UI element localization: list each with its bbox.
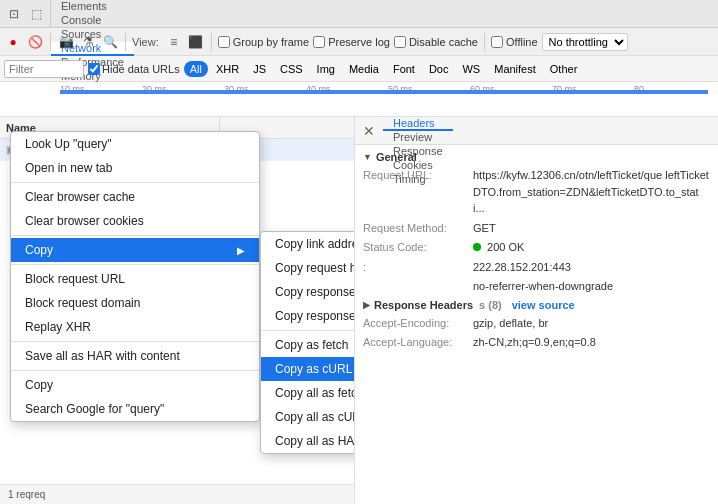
ctx-item-clear-browser-cookies[interactable]: Clear browser cookies [11,209,259,233]
sub-item-copy-request-headers[interactable]: Copy request headers [261,256,355,280]
accept-language-row: Accept-Language: zh-CN,zh;q=0.9,en;q=0.8 [363,334,710,351]
filter-btn-manifest[interactable]: Manifest [488,61,542,77]
ctx-item-clear-browser-cache[interactable]: Clear browser cache [11,185,259,209]
response-headers-count: s (8) [479,299,502,311]
detail-content: ▼ General Request URL: https://kyfw.1230… [355,145,718,504]
ctx-item-block-request-domain[interactable]: Block request domain [11,291,259,315]
offline-label[interactable]: Offline [491,36,538,48]
sub-item-copy-all-as-curl[interactable]: Copy all as cURL [261,405,355,429]
camera-btn[interactable]: 📷 [57,33,75,51]
filter-btn-img[interactable]: Img [311,61,341,77]
offline-checkbox[interactable] [491,36,503,48]
group-by-frame-label[interactable]: Group by frame [218,36,309,48]
toolbar-sep-4 [484,33,485,51]
triangle-icon: ▼ [363,152,372,162]
request-method-value: GET [473,220,496,237]
filter-btn-js[interactable]: JS [247,61,272,77]
close-detail-btn[interactable]: ✕ [355,117,383,144]
status-code-row: Status Code: 200 OK [363,239,710,256]
preserve-log-label[interactable]: Preserve log [313,36,390,48]
disable-cache-label[interactable]: Disable cache [394,36,478,48]
view-source-link[interactable]: view source [512,299,575,311]
sub-item-copy-response-headers[interactable]: Copy response headers [261,280,355,304]
sub-separator-4 [261,330,355,331]
timeline-area: 10 ms20 ms30 ms40 ms50 ms60 ms70 ms80 [0,82,718,117]
top-tab-console[interactable]: Console [51,14,134,28]
sub-item-copy-link-address[interactable]: Copy link address [261,232,355,256]
toolbar-sep-1 [50,33,51,51]
status-code-key: Status Code: [363,239,473,256]
toolbar-sep-3 [211,33,212,51]
filter-icon-btn[interactable]: ⚗ [79,33,97,51]
referrer-policy-key [363,278,473,295]
remote-address-row: : 222.28.152.201:443 [363,259,710,276]
response-headers-section: ▶ Response Headers s (8) view source [363,299,710,311]
general-label: General [376,151,417,163]
devtools-toggle-icon[interactable]: ⊡ [4,4,24,24]
sub-item-copy-as-curl[interactable]: Copy as cURL [261,357,355,381]
ctx-item-look-up-query[interactable]: Look Up "query" [11,132,259,156]
hide-data-urls-label[interactable]: Hide data URLs [88,63,180,75]
top-tabs-bar: ⊡ ⬚ ElementsConsoleSourcesNetworkPerform… [0,0,718,28]
accept-encoding-row: Accept-Encoding: gzip, deflate, br [363,315,710,332]
disable-cache-text: Disable cache [409,36,478,48]
ctx-separator-2 [11,182,259,183]
filter-btn-xhr[interactable]: XHR [210,61,245,77]
remote-address-value: 222.28.152.201:443 [473,259,571,276]
preserve-log-checkbox[interactable] [313,36,325,48]
ctx-item-block-request-url[interactable]: Block request URL [11,267,259,291]
context-menu-overlay: Look Up "query"Open in new tabClear brow… [0,117,354,504]
filter-btn-other[interactable]: Other [544,61,584,77]
group-by-frame-checkbox[interactable] [218,36,230,48]
offline-text: Offline [506,36,538,48]
top-tab-elements[interactable]: Elements [51,0,134,14]
search-btn[interactable]: 🔍 [101,33,119,51]
sub-item-copy-response[interactable]: Copy response [261,304,355,328]
ctx-item-search-google-for-query[interactable]: Search Google for "query" [11,397,259,421]
hide-data-urls-checkbox[interactable] [88,63,100,75]
timeline-bar [60,90,708,94]
status-dot-icon [473,243,481,251]
ctx-item-replay-xhr[interactable]: Replay XHR [11,315,259,339]
detail-tab-preview[interactable]: Preview [383,131,453,145]
filter-btn-ws[interactable]: WS [456,61,486,77]
status-code-value: 200 OK [473,239,524,256]
copy-submenu: Copy link addressCopy request headersCop… [260,231,355,454]
view-list-btn[interactable]: ≡ [165,33,183,51]
sub-item-copy-all-as-har[interactable]: Copy all as HAR [261,429,355,453]
request-method-row: Request Method: GET [363,220,710,237]
detail-panel: ✕ HeadersPreviewResponseCookiesTiming ▼ … [355,117,718,504]
response-headers-label: Response Headers [374,299,473,311]
device-mode-icon[interactable]: ⬚ [26,4,46,24]
group-by-frame-text: Group by frame [233,36,309,48]
general-section-label: ▼ General [363,151,710,163]
clear-btn[interactable]: 🚫 [26,33,44,51]
filter-btn-css[interactable]: CSS [274,61,309,77]
accept-encoding-value: gzip, deflate, br [473,315,548,332]
sub-item-copy-as-fetch[interactable]: Copy as fetch [261,333,355,357]
ctx-item-copy[interactable]: Copy [11,373,259,397]
ctx-item-copy[interactable]: Copy▶ [11,238,259,262]
hide-data-urls-text: Hide data URLs [102,63,180,75]
ctx-item-save-all-as-har-with-content[interactable]: Save all as HAR with content [11,344,259,368]
response-headers-triangle: ▶ [363,300,370,310]
top-tabs-list: ElementsConsoleSourcesNetworkPerformance… [51,0,134,27]
filter-input[interactable] [4,60,84,78]
view-waterfall-btn[interactable]: ⬛ [187,33,205,51]
throttle-select[interactable]: No throttling [542,33,628,51]
filter-btn-doc[interactable]: Doc [423,61,455,77]
referrer-policy-value: no-referrer-when-downgrade [473,278,613,295]
filter-btn-font[interactable]: Font [387,61,421,77]
filter-btn-all[interactable]: All [184,61,208,77]
preserve-log-text: Preserve log [328,36,390,48]
sub-item-copy-all-as-fetch[interactable]: Copy all as fetch [261,381,355,405]
ctx-item-open-in-new-tab[interactable]: Open in new tab [11,156,259,180]
disable-cache-checkbox[interactable] [394,36,406,48]
status-code-text: 200 OK [487,241,524,253]
submenu-arrow-icon: ▶ [237,245,245,256]
detail-tab-headers[interactable]: Headers [383,117,453,131]
remote-address-key: : [363,259,473,276]
record-btn[interactable]: ● [4,33,22,51]
view-label: View: [132,36,159,48]
filter-btn-media[interactable]: Media [343,61,385,77]
